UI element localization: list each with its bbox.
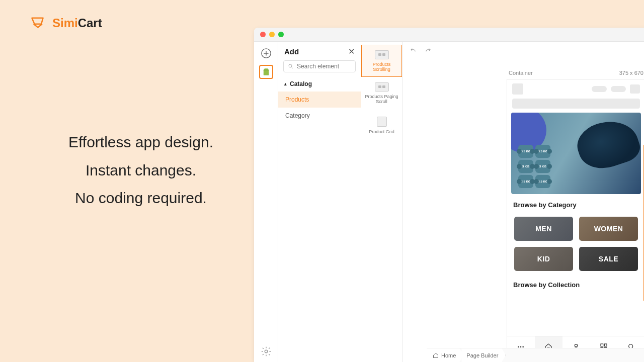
breadcrumb: Home Page Builder (427, 348, 644, 362)
svg-point-3 (518, 346, 519, 347)
dumbbell: 3.5 KG (535, 145, 550, 158)
breadcrumb-home[interactable]: Home (427, 348, 463, 362)
svg-point-1 (265, 350, 268, 353)
section-title-browse-category: Browse by Category (507, 194, 644, 214)
cart-icon (30, 16, 47, 30)
redo-button[interactable] (425, 47, 432, 56)
category-tile-women[interactable]: WOMEN (579, 217, 638, 241)
preview-meta: Container 375 x 670 (507, 70, 644, 79)
svg-point-5 (523, 346, 524, 347)
dumbbell: 3 KG (518, 160, 533, 173)
elements-column: Products Scrolling Products Paging Scrol… (361, 42, 403, 362)
category-tile-kid[interactable]: KID (514, 247, 573, 271)
brand-name: SimiCart (52, 16, 102, 30)
shopify-app-icon[interactable] (259, 65, 273, 79)
dumbbell: 3 KG (535, 160, 550, 173)
dumbbell: 2.5 KG (518, 175, 533, 188)
left-rail (254, 42, 278, 362)
placeholder-icon (630, 84, 640, 94)
home-icon (433, 352, 439, 358)
section-catalog-header[interactable]: Catalog (278, 76, 361, 92)
add-panel: Add ✕ Catalog Products Category (278, 42, 361, 362)
product-grid-icon (377, 117, 387, 127)
tagline: Effortless app design. Instant changes. … (30, 128, 252, 212)
search-input[interactable] (283, 60, 356, 72)
placeholder-tab (592, 86, 607, 92)
element-products-scrolling[interactable]: Products Scrolling (361, 45, 402, 77)
brand-logo: SimiCart (30, 16, 252, 30)
menu-item-products[interactable]: Products (278, 92, 361, 108)
placeholder-icon (512, 83, 523, 95)
tagline-line-2: Instant changes. (30, 156, 252, 185)
svg-point-11 (628, 344, 632, 348)
category-tile-sale[interactable]: SALE (579, 247, 638, 271)
svg-point-2 (289, 64, 292, 67)
window-close-icon[interactable] (260, 32, 266, 37)
svg-rect-7 (601, 344, 603, 346)
section-title-browse-collection: Browse by Collection (507, 274, 644, 289)
element-product-grid[interactable]: Product Grid (361, 109, 402, 141)
menu-item-category[interactable]: Category (278, 108, 361, 124)
settings-button[interactable] (261, 346, 272, 357)
svg-point-6 (575, 344, 577, 346)
close-panel-button[interactable]: ✕ (348, 47, 355, 56)
mobile-preview: 3.5 KG 3.5 KG 3 KG 3 KG 2.5 KG 2.5 KG Br… (507, 79, 644, 362)
preview-dimensions: 375 x 670 (619, 70, 643, 76)
svg-rect-8 (604, 344, 607, 346)
placeholder-tab (611, 86, 626, 92)
tagline-line-3: No coding required. (30, 184, 252, 212)
tagline-line-1: Effortless app design. (30, 128, 252, 156)
svg-point-4 (520, 346, 522, 347)
add-panel-title: Add (284, 47, 299, 56)
window-titlebar (254, 28, 644, 42)
category-tile-men[interactable]: MEN (514, 217, 573, 241)
add-element-button[interactable] (261, 48, 272, 59)
app-window: Add ✕ Catalog Products Category Products… (254, 28, 644, 362)
dumbbell: 3.5 KG (518, 145, 533, 158)
breadcrumb-page-builder[interactable]: Page Builder (461, 348, 506, 362)
products-scrolling-icon (375, 50, 389, 59)
search-field[interactable] (297, 63, 351, 70)
undo-button[interactable] (410, 47, 417, 56)
window-minimize-icon[interactable] (269, 32, 275, 37)
search-icon (288, 63, 294, 69)
preview-container-label: Container (509, 70, 533, 76)
hero-banner[interactable]: 3.5 KG 3.5 KG 3 KG 3 KG 2.5 KG 2.5 KG (511, 113, 641, 194)
canvas-area[interactable]: Products Scrolling ✥ Container 375 x 670 (403, 42, 644, 362)
dumbbell: 2.5 KG (535, 175, 550, 188)
placeholder-search-bar (512, 99, 640, 109)
products-paging-icon (375, 82, 389, 92)
window-maximize-icon[interactable] (278, 32, 284, 37)
element-products-paging-scroll[interactable]: Products Paging Scroll (361, 77, 402, 109)
